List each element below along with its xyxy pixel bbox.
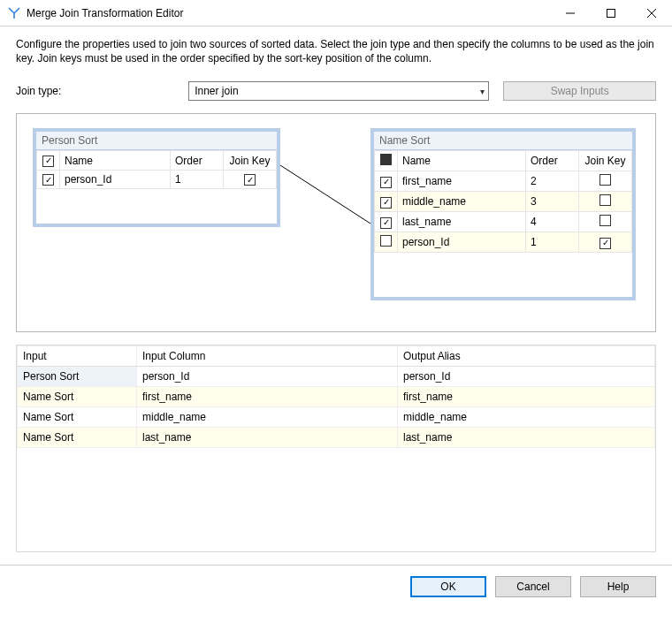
maximize-button[interactable] bbox=[591, 0, 631, 27]
mapping-grid[interactable]: Input Input Column Output Alias Person S… bbox=[16, 345, 656, 552]
left-header-check[interactable]: ✓ bbox=[37, 151, 60, 171]
right-header-joinkey[interactable]: Join Key bbox=[579, 151, 632, 171]
checkbox-icon: ✓ bbox=[380, 217, 392, 229]
left-panel-title: Person Sort bbox=[36, 132, 277, 150]
right-header-check[interactable] bbox=[375, 151, 398, 171]
row-check-cell[interactable]: ✓ bbox=[375, 171, 398, 192]
row-name-cell[interactable]: middle_name bbox=[398, 192, 526, 212]
row-check-cell[interactable]: ✓ bbox=[37, 170, 60, 189]
dialog-footer: OK Cancel Help bbox=[0, 565, 672, 608]
titlebar: Merge Join Transformation Editor bbox=[0, 0, 672, 27]
svg-rect-1 bbox=[607, 9, 615, 17]
mapping-output-alias-cell[interactable]: last_name bbox=[398, 428, 655, 448]
checkbox-icon: ✓ bbox=[380, 197, 392, 209]
checkbox-icon bbox=[599, 215, 611, 226]
checkbox-icon bbox=[599, 174, 611, 186]
join-type-value: Inner join bbox=[195, 85, 238, 97]
checkbox-icon: ✓ bbox=[599, 238, 611, 249]
row-joinkey-cell[interactable] bbox=[579, 171, 632, 192]
help-button[interactable]: Help bbox=[580, 576, 656, 597]
row-order-cell[interactable]: 3 bbox=[526, 192, 579, 212]
mapping-header-input-column[interactable]: Input Column bbox=[137, 346, 398, 367]
mapping-header-output-alias[interactable]: Output Alias bbox=[398, 346, 655, 367]
mapping-input-cell[interactable]: Name Sort bbox=[18, 407, 137, 428]
row-check-cell[interactable]: ✓ bbox=[375, 212, 398, 232]
ok-button[interactable]: OK bbox=[410, 576, 486, 597]
right-panel-table: Name Order Join Key ✓first_name2✓middle_… bbox=[374, 150, 632, 253]
table-row[interactable]: ✓last_name4 bbox=[375, 212, 632, 232]
row-joinkey-cell[interactable]: ✓ bbox=[224, 170, 277, 189]
row-joinkey-cell[interactable] bbox=[579, 192, 632, 212]
table-row[interactable]: ✓middle_name3 bbox=[375, 192, 632, 212]
left-header-order[interactable]: Order bbox=[171, 151, 224, 171]
maximize-icon bbox=[607, 9, 615, 18]
join-connector bbox=[280, 160, 370, 231]
row-name-cell[interactable]: person_Id bbox=[60, 170, 171, 189]
checkbox-icon bbox=[599, 194, 611, 206]
checkbox-indeterminate-icon bbox=[380, 154, 392, 165]
app-icon bbox=[7, 6, 21, 20]
join-type-select[interactable]: Inner join ▾ bbox=[188, 81, 489, 101]
row-joinkey-cell[interactable] bbox=[579, 212, 632, 232]
row-name-cell[interactable]: person_Id bbox=[398, 232, 526, 253]
row-order-cell[interactable]: 1 bbox=[171, 170, 224, 189]
right-header-order[interactable]: Order bbox=[526, 151, 579, 171]
mapping-output-alias-cell[interactable]: first_name bbox=[398, 387, 655, 407]
left-panel-table: ✓ Name Order Join Key ✓person_Id1✓ bbox=[36, 150, 277, 189]
mapping-input-cell[interactable]: Person Sort bbox=[18, 367, 137, 387]
close-icon bbox=[647, 9, 656, 18]
row-order-cell[interactable]: 1 bbox=[526, 232, 579, 253]
chevron-down-icon: ▾ bbox=[480, 87, 485, 96]
mapping-input-column-cell[interactable]: last_name bbox=[137, 428, 398, 448]
row-check-cell[interactable] bbox=[375, 232, 398, 253]
swap-inputs-button[interactable]: Swap Inputs bbox=[503, 81, 656, 101]
mapping-input-cell[interactable]: Name Sort bbox=[18, 428, 137, 448]
mapping-header-input[interactable]: Input bbox=[18, 346, 137, 367]
svg-line-4 bbox=[280, 165, 370, 224]
table-row[interactable]: person_Id1✓ bbox=[375, 232, 632, 253]
checkbox-icon: ✓ bbox=[244, 174, 256, 186]
table-row[interactable]: Name Sortfirst_namefirst_name bbox=[18, 387, 655, 407]
row-order-cell[interactable]: 4 bbox=[526, 212, 579, 232]
description-text: Configure the properties used to join tw… bbox=[16, 37, 656, 65]
table-row[interactable]: Person Sortperson_Idperson_Id bbox=[18, 367, 655, 387]
mapping-input-column-cell[interactable]: first_name bbox=[137, 387, 398, 407]
row-joinkey-cell[interactable]: ✓ bbox=[579, 232, 632, 253]
diagram-area: Person Sort ✓ Name Order Join Key ✓perso… bbox=[16, 113, 656, 332]
left-header-name[interactable]: Name bbox=[60, 151, 171, 171]
checkbox-icon: ✓ bbox=[380, 177, 392, 188]
join-type-label: Join type: bbox=[16, 85, 181, 97]
table-row[interactable]: ✓person_Id1✓ bbox=[37, 170, 277, 189]
right-panel-title: Name Sort bbox=[374, 132, 632, 150]
row-order-cell[interactable]: 2 bbox=[526, 171, 579, 192]
row-check-cell[interactable]: ✓ bbox=[375, 192, 398, 212]
table-row[interactable]: Name Sortmiddle_namemiddle_name bbox=[18, 407, 655, 428]
mapping-output-alias-cell[interactable]: person_Id bbox=[398, 367, 655, 387]
mapping-input-cell[interactable]: Name Sort bbox=[18, 387, 137, 407]
mapping-output-alias-cell[interactable]: middle_name bbox=[398, 407, 655, 428]
checkbox-icon: ✓ bbox=[42, 174, 54, 186]
window-title: Merge Join Transformation Editor bbox=[27, 7, 550, 19]
checkbox-icon bbox=[380, 235, 392, 247]
cancel-button[interactable]: Cancel bbox=[495, 576, 571, 597]
checkbox-icon: ✓ bbox=[42, 156, 54, 167]
minimize-button[interactable] bbox=[550, 0, 591, 27]
mapping-input-column-cell[interactable]: middle_name bbox=[137, 407, 398, 428]
right-header-name[interactable]: Name bbox=[398, 151, 526, 171]
left-header-joinkey[interactable]: Join Key bbox=[224, 151, 277, 171]
close-button[interactable] bbox=[631, 0, 672, 27]
row-name-cell[interactable]: first_name bbox=[398, 171, 526, 192]
minimize-icon bbox=[566, 9, 575, 18]
mapping-input-column-cell[interactable]: person_Id bbox=[137, 367, 398, 387]
mapping-table: Input Input Column Output Alias Person S… bbox=[17, 345, 655, 448]
table-row[interactable]: Name Sortlast_namelast_name bbox=[18, 428, 655, 448]
table-row[interactable]: ✓first_name2 bbox=[375, 171, 632, 192]
left-input-panel[interactable]: Person Sort ✓ Name Order Join Key ✓perso… bbox=[33, 128, 280, 227]
row-name-cell[interactable]: last_name bbox=[398, 212, 526, 232]
right-input-panel[interactable]: Name Sort Name Order Join Key ✓first_nam… bbox=[370, 128, 636, 300]
